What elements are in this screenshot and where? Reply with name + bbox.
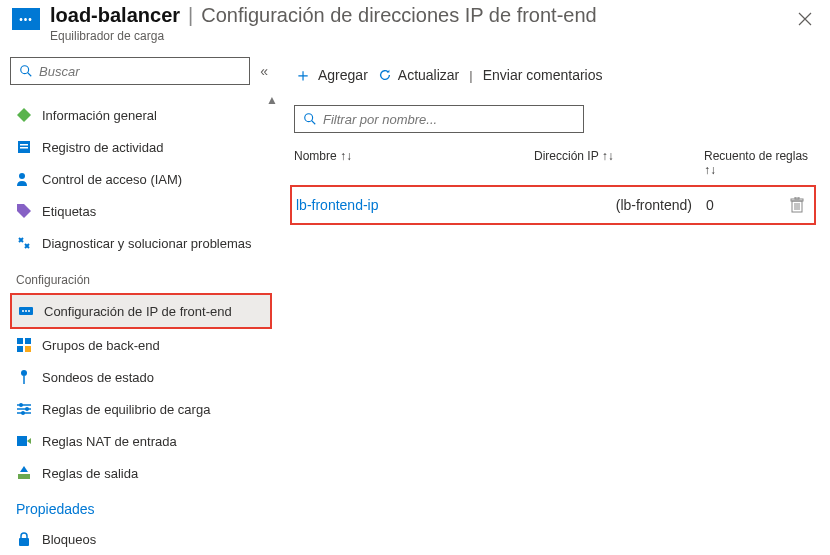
highlighted-selection: Configuración de IP de front-end: [10, 293, 272, 329]
sidebar-item-label: Sondeos de estado: [42, 370, 154, 385]
title-separator: |: [188, 4, 193, 27]
col-header-rules[interactable]: Recuento de reglas ↑↓: [704, 149, 812, 177]
svg-line-27: [312, 121, 316, 125]
sidebar-item-label: Diagnosticar y solucionar problemas: [42, 236, 252, 251]
row-ip-value: (lb-frontend): [536, 197, 706, 213]
svg-point-20: [19, 403, 23, 407]
tags-icon: [16, 203, 32, 219]
svg-rect-4: [20, 144, 28, 146]
outbound-rules-icon: [16, 465, 32, 481]
svg-rect-25: [19, 538, 29, 546]
sidebar-item-tags[interactable]: Etiquetas: [10, 195, 272, 227]
add-button[interactable]: ＋ Agregar: [294, 63, 368, 87]
locks-icon: [16, 531, 32, 547]
sidebar-item-access-control[interactable]: Control de acceso (IAM): [10, 163, 272, 195]
svg-marker-2: [17, 108, 31, 122]
svg-point-0: [21, 66, 29, 74]
sidebar-item-backend-pools[interactable]: Grupos de back-end: [10, 329, 272, 361]
svg-rect-12: [25, 338, 31, 344]
close-icon: [798, 12, 812, 26]
diagnose-icon: [16, 235, 32, 251]
refresh-button-label: Actualizar: [398, 67, 459, 83]
inbound-nat-icon: [16, 433, 32, 449]
svg-point-21: [25, 407, 29, 411]
svg-rect-24: [18, 474, 30, 479]
activity-log-icon: [16, 139, 32, 155]
refresh-button[interactable]: Actualizar: [378, 67, 459, 83]
sidebar-section-config: Configuración: [10, 259, 272, 293]
sidebar-item-activity-log[interactable]: Registro de actividad: [10, 131, 272, 163]
svg-point-15: [21, 370, 27, 376]
row-name-link[interactable]: lb-frontend-ip: [296, 197, 536, 213]
main-content: ＋ Agregar Actualizar | Enviar comentario…: [276, 49, 830, 554]
svg-rect-5: [20, 147, 28, 149]
refresh-icon: [378, 68, 392, 82]
sidebar-item-label: Bloqueos: [42, 532, 96, 547]
sidebar-collapse-toggle[interactable]: «: [256, 59, 272, 83]
sidebar-item-overview[interactable]: Información general: [10, 99, 272, 131]
svg-rect-11: [17, 338, 23, 344]
svg-rect-33: [795, 197, 799, 199]
health-probes-icon: [16, 369, 32, 385]
sidebar-item-label: Información general: [42, 108, 157, 123]
load-balancer-icon: [12, 8, 40, 30]
sidebar-search[interactable]: [10, 57, 250, 85]
resource-type-caption: Equilibrador de carga: [50, 29, 597, 43]
filter-input[interactable]: [323, 112, 575, 127]
table-row[interactable]: lb-frontend-ip (lb-frontend) 0: [292, 187, 814, 223]
svg-rect-14: [25, 346, 31, 352]
svg-rect-23: [17, 436, 27, 446]
delete-row-button[interactable]: [790, 197, 810, 213]
sidebar-item-label: Reglas de equilibrio de carga: [42, 402, 210, 417]
plus-icon: ＋: [294, 63, 312, 87]
sidebar-item-outbound-rules[interactable]: Reglas de salida: [10, 457, 272, 489]
svg-point-9: [25, 310, 27, 312]
svg-rect-13: [17, 346, 23, 352]
close-button[interactable]: [794, 8, 816, 30]
sidebar-item-frontend-ip-config[interactable]: Configuración de IP de front-end: [12, 295, 270, 327]
filter-search-icon: [303, 112, 317, 126]
sidebar-item-locks[interactable]: Bloqueos: [10, 523, 272, 555]
frontend-ip-icon: [18, 303, 34, 319]
row-rules-count: 0: [706, 197, 790, 213]
svg-point-22: [21, 411, 25, 415]
add-button-label: Agregar: [318, 67, 368, 83]
sidebar-item-diagnose[interactable]: Diagnosticar y solucionar problemas: [10, 227, 272, 259]
lb-rules-icon: [16, 401, 32, 417]
sidebar-item-health-probes[interactable]: Sondeos de estado: [10, 361, 272, 393]
filter-box[interactable]: [294, 105, 584, 133]
highlighted-row: lb-frontend-ip (lb-frontend) 0: [290, 185, 816, 225]
resource-title: load-balancer: [50, 4, 180, 27]
svg-point-26: [305, 114, 313, 122]
sidebar-item-label: Configuración de IP de front-end: [44, 304, 232, 319]
sidebar-item-label: Reglas de salida: [42, 466, 138, 481]
svg-point-8: [22, 310, 24, 312]
sidebar-item-label: Etiquetas: [42, 204, 96, 219]
sidebar-search-input[interactable]: [39, 64, 241, 79]
col-header-name[interactable]: Nombre ↑↓: [294, 149, 534, 177]
svg-line-1: [28, 73, 32, 77]
overview-icon: [16, 107, 32, 123]
sidebar-properties-link[interactable]: Propiedades: [10, 489, 272, 523]
sidebar: « ▲ Información general Registro de acti…: [0, 49, 276, 554]
table-header: Nombre ↑↓ Dirección IP ↑↓ Recuento de re…: [290, 143, 816, 183]
svg-point-6: [19, 173, 25, 179]
command-bar: ＋ Agregar Actualizar | Enviar comentario…: [290, 59, 816, 105]
access-control-icon: [16, 171, 32, 187]
feedback-link[interactable]: Enviar comentarios: [483, 67, 603, 83]
backend-pools-icon: [16, 337, 32, 353]
blade-title: Configuración de direcciones IP de front…: [201, 4, 596, 27]
sidebar-item-lb-rules[interactable]: Reglas de equilibrio de carga: [10, 393, 272, 425]
svg-point-10: [28, 310, 30, 312]
sidebar-item-label: Registro de actividad: [42, 140, 163, 155]
col-header-ip[interactable]: Dirección IP ↑↓: [534, 149, 704, 177]
sidebar-item-inbound-nat[interactable]: Reglas NAT de entrada: [10, 425, 272, 457]
page-header: load-balancer | Configuración de direcci…: [0, 0, 830, 49]
search-icon: [19, 64, 33, 78]
sidebar-item-label: Reglas NAT de entrada: [42, 434, 177, 449]
trash-icon: [790, 197, 804, 213]
sidebar-item-label: Control de acceso (IAM): [42, 172, 182, 187]
sidebar-item-label: Grupos de back-end: [42, 338, 160, 353]
